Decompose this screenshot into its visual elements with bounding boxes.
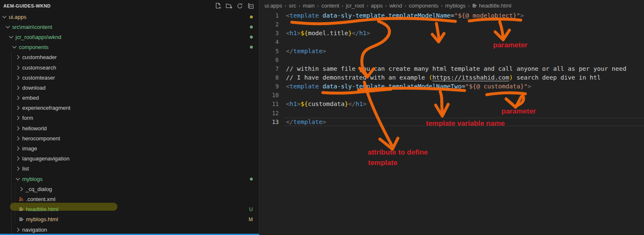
project-title: AEM-GUIDES-WKND: [3, 3, 214, 8]
tree-item-languagenavigation[interactable]: languagenavigation: [0, 154, 259, 164]
tree-item-form[interactable]: form: [0, 113, 259, 123]
chevron-right-icon: [15, 54, 21, 60]
hyperlink[interactable]: https://itsshahid.com: [432, 74, 509, 81]
chevron-separator-icon: ›: [299, 3, 300, 9]
breadcrumb-item[interactable]: src: [289, 3, 296, 9]
html-file-icon: [18, 217, 24, 222]
tree-item-herocomponent[interactable]: herocomponent: [0, 133, 259, 143]
chevron-down-icon: [5, 24, 10, 30]
chevron-right-icon: [15, 166, 21, 171]
git-untracked-badge: U: [249, 207, 253, 212]
breadcrumb-item[interactable]: myblogs: [445, 3, 465, 9]
breadcrumb-item[interactable]: components: [409, 3, 439, 9]
new-folder-icon[interactable]: [225, 2, 233, 10]
tree-item-myblogs-html[interactable]: myblogs.htmlM: [0, 214, 259, 225]
html-file-icon: [18, 207, 24, 212]
code-line[interactable]: 10: [260, 91, 644, 100]
tree-item-components[interactable]: components: [0, 42, 259, 52]
chevron-right-icon: [15, 105, 21, 111]
chevron-right-icon: [15, 65, 21, 70]
tree-item-jcr-root-apps-wknd[interactable]: jcr_root\apps\wknd: [0, 32, 259, 42]
breadcrumb-item[interactable]: main: [303, 3, 314, 9]
explorer-header: AEM-GUIDES-WKND: [0, 0, 259, 12]
code-line[interactable]: 8// I have demonstrated with an example …: [260, 73, 644, 82]
tree-item-cq-dialog[interactable]: _cq_dialog: [0, 184, 259, 194]
chevron-down-icon: [2, 14, 7, 20]
chevron-down-icon: [12, 44, 17, 50]
tree-item-embed[interactable]: embed: [0, 93, 259, 103]
chevron-right-icon: [15, 115, 21, 121]
chevron-separator-icon: ›: [317, 3, 319, 9]
chevron-separator-icon: ›: [385, 3, 387, 9]
chevron-separator-icon: ›: [468, 3, 470, 9]
breadcrumb: ui.apps› src› main› content› jcr_root› a…: [260, 0, 644, 11]
code-editor: ui.apps› src› main› content› jcr_root› a…: [260, 0, 644, 235]
chevron-right-icon: [15, 227, 21, 232]
code-line[interactable]: 1<template data-sly-template.templateMod…: [260, 11, 644, 20]
chevron-right-icon: [15, 95, 21, 101]
tree-item-src-main-content[interactable]: src\main\content: [0, 22, 259, 32]
tree-item-experiencefragment[interactable]: experiencefragment: [0, 103, 259, 113]
html-file-icon: [472, 3, 477, 8]
chevron-down-icon: [8, 34, 14, 40]
refresh-icon[interactable]: [236, 2, 244, 10]
git-status-dot: [250, 178, 253, 181]
tree-item-list[interactable]: list: [0, 164, 259, 174]
file-tree: ui.apps src\main\content jcr_root\apps\w…: [0, 12, 259, 235]
code-area: 1<template data-sly-template.templateMod…: [260, 11, 644, 127]
code-line[interactable]: 7// within same file you can create many…: [260, 65, 644, 73]
chevron-right-icon: [15, 136, 21, 141]
tree-item-customsearch[interactable]: customsearch: [0, 62, 259, 72]
chevron-separator-icon: ›: [285, 3, 286, 9]
code-line[interactable]: 4: [260, 38, 644, 46]
git-status-dot: [250, 46, 253, 49]
tree-item-download[interactable]: download: [0, 83, 259, 93]
breadcrumb-item[interactable]: content: [321, 3, 339, 9]
explorer-actions: [214, 2, 254, 10]
git-status-dot: [250, 15, 253, 18]
code-line[interactable]: 13</template>: [260, 118, 644, 127]
code-line[interactable]: 12: [260, 109, 644, 118]
tree-item-navigation[interactable]: navigation: [0, 225, 259, 235]
code-line[interactable]: 5</template>: [260, 47, 644, 56]
tree-item-customheader[interactable]: customheader: [0, 52, 259, 62]
chevron-separator-icon: ›: [342, 3, 343, 9]
code-line[interactable]: 9<template data-sly-template.templateMod…: [260, 82, 644, 91]
code-line[interactable]: 6: [260, 56, 644, 65]
chevron-separator-icon: ›: [441, 3, 443, 9]
chevron-right-icon: [15, 75, 21, 80]
tree-item-myblogs[interactable]: myblogs: [0, 174, 259, 184]
new-file-icon[interactable]: [214, 2, 222, 10]
breadcrumb-item[interactable]: jcr_root: [346, 3, 364, 9]
breadcrumb-item[interactable]: apps: [371, 3, 382, 9]
collapse-all-icon[interactable]: [247, 2, 254, 10]
chevron-right-icon: [15, 146, 21, 151]
tree-item-ui-apps[interactable]: ui.apps: [0, 12, 259, 22]
breadcrumb-item[interactable]: ui.apps: [265, 3, 282, 9]
breadcrumb-item-file[interactable]: headtitle.html: [479, 3, 511, 9]
git-modified-badge: M: [249, 217, 253, 222]
git-status-dot: [250, 26, 253, 28]
code-line[interactable]: 11<h1>${customdata}</h1>: [260, 100, 644, 108]
breadcrumb-item[interactable]: wknd: [390, 3, 402, 9]
git-status-dot: [250, 36, 253, 39]
chevron-down-icon: [15, 176, 21, 182]
xml-file-icon: [18, 196, 24, 202]
chevron-right-icon: [15, 156, 21, 161]
tree-item-customteaser[interactable]: customteaser: [0, 72, 259, 83]
tree-item-headtitle-html[interactable]: headtitle.htmlU: [0, 204, 259, 214]
chevron-right-icon: [18, 186, 24, 192]
code-line[interactable]: 3<h1>${model.title}</h1>: [260, 29, 644, 38]
explorer-sidebar: AEM-GUIDES-WKND ui.apps src\main\content…: [0, 0, 259, 235]
chevron-separator-icon: ›: [366, 3, 368, 9]
code-line[interactable]: 2: [260, 20, 644, 29]
chevron-separator-icon: ›: [405, 3, 406, 9]
tree-item-content-xml[interactable]: .content.xml: [0, 194, 259, 204]
tree-item-image[interactable]: image: [0, 143, 259, 153]
chevron-right-icon: [15, 126, 21, 131]
tree-item-helloworld[interactable]: helloworld: [0, 123, 259, 133]
chevron-right-icon: [15, 85, 21, 90]
